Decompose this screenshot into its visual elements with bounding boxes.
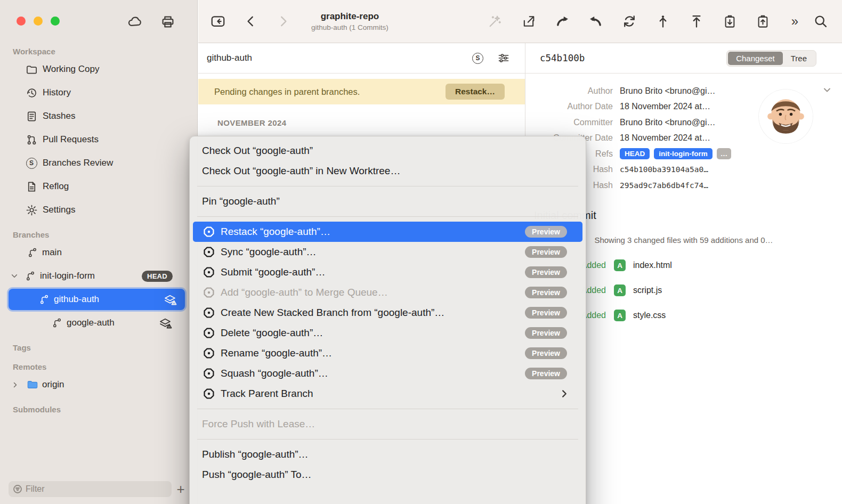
close-window-button[interactable] xyxy=(17,17,26,26)
toolbar-overflow-button[interactable]: » xyxy=(791,15,798,28)
branch-label: github-auth xyxy=(54,294,99,305)
branch-label: init-login-form xyxy=(40,271,95,281)
remotes-section-header: Remotes xyxy=(0,361,197,373)
menu-item-add-to-merge-queue[interactable]: Add “google-auth” to Merge Queue… Previe… xyxy=(193,282,582,303)
sidebar-filter-bar: + xyxy=(9,481,190,497)
sidebar-item-pull-requests[interactable]: Pull Requests xyxy=(0,128,197,151)
menu-item-checkout-worktree[interactable]: Check Out “google-auth” in New Worktree… xyxy=(193,161,582,181)
sidebar-item-working-copy[interactable]: Working Copy xyxy=(0,58,197,81)
forward-button[interactable] xyxy=(276,14,290,28)
stash-apply-icon[interactable] xyxy=(756,14,770,29)
sidebar-branch-init-login-form[interactable]: init-login-form HEAD xyxy=(0,264,197,288)
author-expand-chevron-icon[interactable] xyxy=(823,86,831,94)
printer-icon[interactable] xyxy=(160,14,176,32)
magic-wand-icon[interactable] xyxy=(488,14,503,29)
preview-badge: Preview xyxy=(525,246,567,258)
graphite-octagon-icon xyxy=(203,327,215,339)
sidebar-remote-origin[interactable]: origin xyxy=(0,373,197,396)
sidebar-scroll: Workspace Working Copy History Stashes xyxy=(0,38,197,472)
preview-badge: Preview xyxy=(525,287,567,298)
menu-item-track-parent-branch[interactable]: Track Parent Branch xyxy=(193,384,582,404)
push-icon[interactable] xyxy=(588,14,603,29)
menu-separator xyxy=(197,439,578,440)
branch-label: google-auth xyxy=(67,318,115,328)
branch-context-menu: Check Out “google-auth” Check Out “googl… xyxy=(189,136,586,504)
menu-separator xyxy=(197,409,578,409)
pull-icon[interactable] xyxy=(555,14,570,29)
chevron-down-icon[interactable] xyxy=(11,272,18,280)
restack-warning-icon xyxy=(159,316,173,329)
sidebar-item-reflog[interactable]: Reflog xyxy=(0,175,197,198)
menu-item-squash[interactable]: Squash “google-auth”… Preview xyxy=(193,363,582,384)
menu-item-checkout[interactable]: Check Out “google-auth” xyxy=(193,141,582,161)
menu-item-submit[interactable]: Submit “google-auth”… Preview xyxy=(193,262,582,282)
window-title-block: graphite-repo github-auth (1 Commits) xyxy=(311,11,388,31)
branch-label: main xyxy=(42,247,62,258)
remote-label: origin xyxy=(42,379,64,390)
preview-badge: Preview xyxy=(525,307,567,319)
menu-item-rename[interactable]: Rename “google-auth”… Preview xyxy=(193,343,582,363)
menu-separator xyxy=(197,216,578,217)
submodules-section-header: Submodules xyxy=(0,404,197,416)
sidebar-branch-github-auth[interactable]: github-auth xyxy=(9,289,185,310)
repo-subtitle: github-auth (1 Commits) xyxy=(311,23,388,31)
sidebar-item-branches-review[interactable]: Branches Review xyxy=(0,151,197,175)
preview-badge: Preview xyxy=(525,347,567,359)
minimize-window-button[interactable] xyxy=(34,17,43,26)
branches-section-header: Branches xyxy=(0,229,197,241)
restack-banner: Pending changes in parent branches. Rest… xyxy=(198,79,525,104)
menu-item-push-to[interactable]: Push “google-auth” To… xyxy=(193,465,582,485)
filter-options-icon[interactable] xyxy=(497,52,510,64)
app-window: Workspace Working Copy History Stashes xyxy=(0,0,842,504)
menu-item-pin[interactable]: Pin “google-auth” xyxy=(193,191,582,212)
search-icon[interactable] xyxy=(813,14,828,29)
folder-icon xyxy=(25,63,38,76)
sidebar-item-history[interactable]: History xyxy=(0,81,197,104)
ref-badge-branch: init-login-form xyxy=(654,148,712,159)
cherry-pick-icon[interactable] xyxy=(655,14,670,29)
menu-item-create-stacked-branch[interactable]: Create New Stacked Branch from “google-a… xyxy=(193,303,582,323)
submenu-chevron-icon xyxy=(560,389,569,399)
fetch-sync-icon[interactable] xyxy=(622,14,637,29)
tab-changeset[interactable]: Changeset xyxy=(728,52,783,65)
commit-group-date-header: NOVEMBER 2024 xyxy=(198,118,525,127)
preview-badge: Preview xyxy=(525,327,567,339)
sidebar-branch-main[interactable]: main xyxy=(0,241,197,264)
menu-item-delete[interactable]: Delete “google-auth”… Preview xyxy=(193,323,582,343)
file-name: style.css xyxy=(633,311,666,320)
checkout-icon[interactable] xyxy=(521,14,536,29)
push-commit-icon[interactable] xyxy=(689,14,704,29)
restack-banner-button[interactable]: Restack… xyxy=(446,84,505,100)
toolbar: graphite-repo github-auth (1 Commits) xyxy=(198,0,842,43)
view-mode-segmented-control: Changeset Tree xyxy=(726,50,816,67)
sidebar-branch-google-auth[interactable]: google-auth xyxy=(0,311,197,335)
preview-badge: Preview xyxy=(525,266,567,278)
preview-badge: Preview xyxy=(525,226,567,238)
commit-panel-header: c54b100b Changeset Tree xyxy=(525,43,842,74)
stash-save-icon[interactable] xyxy=(723,14,737,29)
menu-item-sync[interactable]: Sync “google-auth”… Preview xyxy=(193,242,582,262)
added-badge: A xyxy=(614,284,626,296)
menu-item-restack[interactable]: Restack “google-auth”… Preview xyxy=(193,222,582,242)
graphite-octagon-icon xyxy=(203,226,215,238)
graphite-octagon-icon xyxy=(203,347,215,359)
branch-panel-title: github-auth xyxy=(207,53,252,63)
pull-request-icon xyxy=(25,134,38,146)
preview-badge: Preview xyxy=(525,368,567,379)
graphite-octagon-icon xyxy=(203,287,215,298)
cloud-icon[interactable] xyxy=(127,14,143,32)
menu-item-force-push-with-lease[interactable]: Force Push with Lease… xyxy=(193,414,582,434)
quick-launch-icon[interactable] xyxy=(210,13,226,29)
tab-tree[interactable]: Tree xyxy=(783,52,815,65)
filter-input[interactable] xyxy=(9,481,172,497)
sidebar-item-settings[interactable]: Settings xyxy=(0,198,197,222)
ref-badge-more[interactable]: … xyxy=(717,148,732,159)
branch-icon xyxy=(51,318,63,328)
chevron-right-icon[interactable] xyxy=(12,381,19,388)
add-button[interactable]: + xyxy=(172,481,190,497)
stacks-icon[interactable] xyxy=(472,53,483,64)
sidebar-item-stashes[interactable]: Stashes xyxy=(0,104,197,128)
menu-item-publish[interactable]: Publish “google-auth”… xyxy=(193,444,582,465)
zoom-window-button[interactable] xyxy=(51,17,60,26)
back-button[interactable] xyxy=(244,14,258,28)
